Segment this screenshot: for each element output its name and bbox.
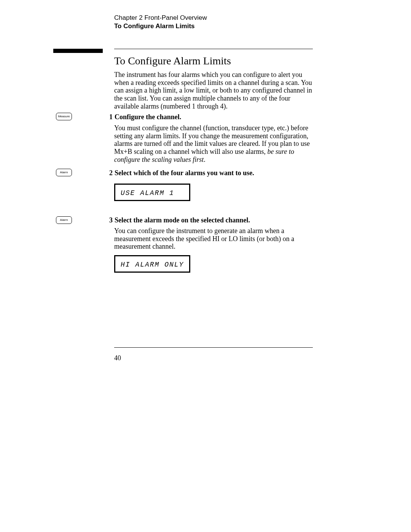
step-1-body-post: .: [204, 156, 206, 163]
page-number: 40: [114, 354, 121, 362]
chapter-line: Chapter 2 Front-Panel Overview: [114, 14, 207, 22]
step-2-title: Select which of the four alarms you want…: [115, 169, 254, 177]
measure-key-icon: Measure: [56, 113, 72, 120]
step-3-number: 3: [107, 216, 113, 224]
page-title: To Configure Alarm Limits: [114, 55, 231, 67]
alarm-key-icon: Alarm: [56, 216, 72, 224]
lcd-display-2: HI ALARM ONLY: [114, 255, 190, 273]
bottom-rule: [114, 347, 313, 348]
section-line: To Configure Alarm Limits: [114, 22, 207, 30]
step-1-number: 1: [107, 113, 113, 121]
step-3-body: You can configure the instrument to gene…: [114, 227, 313, 251]
step-2-number: 2: [107, 169, 113, 177]
alarm-key-icon: Alarm: [56, 169, 72, 176]
tab-marker: [53, 49, 103, 53]
step-1-body: You must configure the channel (function…: [114, 124, 313, 163]
lcd-display-1: USE ALARM 1: [114, 184, 190, 201]
step-3-title: Select the alarm mode on the selected ch…: [115, 216, 250, 224]
intro-paragraph: The instrument has four alarms which you…: [114, 71, 313, 110]
step-1-title: Configure the channel.: [115, 113, 181, 121]
page-header: Chapter 2 Front-Panel Overview To Config…: [114, 14, 207, 30]
top-rule: [114, 49, 313, 49]
manual-page: Chapter 2 Front-Panel Overview To Config…: [0, 0, 411, 532]
